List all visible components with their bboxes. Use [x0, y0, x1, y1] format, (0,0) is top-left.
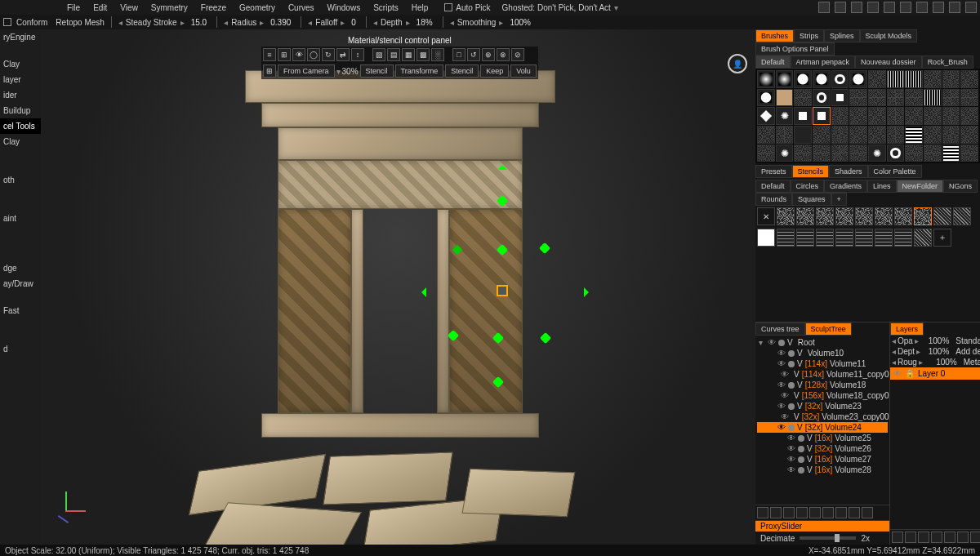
brush-swatch[interactable]	[757, 126, 775, 144]
tree-node[interactable]: 👁V [128x]Volume18	[757, 380, 888, 390]
tree-tool-icon[interactable]	[822, 507, 834, 518]
stencil-swatch[interactable]	[875, 229, 893, 247]
vp-icon[interactable]: ≡	[263, 48, 276, 61]
brush-swatch[interactable]	[868, 70, 886, 88]
brush-swatch[interactable]	[887, 126, 905, 144]
tool-item[interactable]: Fast	[0, 303, 41, 318]
brush-swatch[interactable]	[794, 145, 812, 162]
panel-tab[interactable]: Brush Options Panel	[755, 42, 835, 56]
stencil-swatch[interactable]	[933, 207, 951, 225]
steady-prev-icon[interactable]: ◂	[118, 18, 122, 27]
brush-swatch[interactable]	[905, 126, 923, 144]
tree-node[interactable]: 👁V [16x]Volume27	[757, 454, 888, 465]
vp-icon[interactable]: ▤	[387, 48, 400, 61]
tool-item[interactable]: Buildup	[0, 103, 41, 118]
tree-node[interactable]: 👁V [32x]Volume23_copy00	[757, 411, 888, 422]
tool-item[interactable]: aint	[0, 211, 41, 226]
stencil-category-tab[interactable]: Lines	[867, 180, 897, 193]
vp-icon[interactable]: ⇄	[336, 48, 350, 61]
pack-tab[interactable]: Nouveau dossier	[855, 56, 922, 69]
tree-tool-icon[interactable]	[783, 507, 795, 518]
tree-node[interactable]: 👁V Volume10	[757, 348, 888, 358]
brush-swatch[interactable]	[831, 89, 849, 107]
from-camera-button[interactable]: From Camera	[278, 64, 335, 78]
radius-value[interactable]: 0.390	[267, 18, 294, 27]
stencil-swatch[interactable]	[953, 207, 971, 225]
brush-swatch[interactable]	[757, 89, 775, 107]
smoothing-prev-icon[interactable]: ◂	[450, 18, 454, 27]
brush-swatch[interactable]	[924, 89, 942, 107]
addde-label[interactable]: Add de	[956, 347, 980, 356]
standard-label[interactable]: Standa	[956, 336, 980, 345]
stencil-swatch[interactable]	[835, 229, 853, 247]
brush-swatch[interactable]	[794, 70, 812, 88]
brush-swatch[interactable]	[849, 126, 867, 144]
tree-tool-icon[interactable]	[757, 507, 768, 518]
menu-scripts[interactable]: Scripts	[367, 2, 405, 14]
tree-tool-icon[interactable]	[849, 507, 860, 518]
tool-item[interactable]	[0, 45, 41, 56]
opa-value[interactable]: 100%	[929, 336, 950, 345]
brush-swatch[interactable]	[831, 145, 849, 162]
falloff-prev-icon[interactable]: ◂	[308, 18, 312, 27]
meta-label[interactable]: Meta	[964, 358, 980, 367]
tool-item[interactable]: ryEngine	[0, 29, 41, 45]
tool-item[interactable]	[0, 330, 41, 341]
vp-icon[interactable]: ⊞	[278, 48, 291, 61]
vp-icon[interactable]: ⊕	[482, 48, 495, 61]
brush-swatch[interactable]	[887, 89, 905, 107]
layer-tool-icon[interactable]	[970, 532, 980, 543]
tree-node[interactable]: 👁V [32x]Volume24	[757, 422, 888, 433]
stencil-category-tab[interactable]: NGons	[943, 180, 978, 193]
tool-item[interactable]: oth	[0, 172, 41, 188]
brush-swatch[interactable]	[813, 126, 831, 144]
layer-tool-icon[interactable]	[918, 532, 929, 543]
brush-swatch[interactable]	[794, 89, 812, 107]
tree-node[interactable]: 👁V [114x]Volume11_copy00	[757, 369, 888, 380]
menu-view[interactable]: View	[114, 2, 145, 14]
stencil-button[interactable]: Stencil	[360, 64, 394, 78]
stencil-add-button[interactable]: ＋	[933, 229, 951, 247]
keep-button[interactable]: Keep	[480, 64, 509, 78]
tool-item[interactable]: layer	[0, 72, 41, 87]
brush-swatch[interactable]	[794, 126, 812, 144]
stencil-swatch[interactable]	[757, 229, 775, 247]
brush-swatch[interactable]	[849, 70, 867, 88]
panel-tab[interactable]: Strips	[794, 29, 824, 42]
tool-item[interactable]	[0, 199, 41, 211]
brush-swatch[interactable]	[849, 145, 867, 162]
stencil-swatch[interactable]	[777, 229, 795, 247]
stencil-swatch[interactable]	[816, 229, 834, 247]
autopick-checkbox[interactable]: Auto Pick	[444, 3, 490, 12]
topicon-1[interactable]	[818, 2, 830, 13]
tool-item[interactable]	[0, 249, 41, 260]
brush-swatch[interactable]	[776, 70, 794, 88]
menu-edit[interactable]: Edit	[87, 2, 114, 14]
stencil-swatch[interactable]	[835, 207, 853, 225]
menu-curves[interactable]: Curves	[282, 2, 321, 14]
gizmo-center[interactable]	[497, 285, 508, 296]
brush-swatch[interactable]	[776, 126, 794, 144]
brush-swatch[interactable]	[924, 107, 942, 125]
layer-tool-icon[interactable]	[931, 532, 942, 543]
tool-item[interactable]	[0, 188, 41, 199]
tool-item[interactable]	[0, 318, 41, 330]
tree-tool-icon[interactable]	[770, 507, 782, 518]
vp-icon[interactable]: 👁	[292, 48, 305, 61]
brush-swatch[interactable]	[942, 70, 960, 88]
topicon-3[interactable]	[851, 2, 862, 13]
tree-node[interactable]: 👁V [16x]Volume25	[757, 433, 888, 443]
tab-layers[interactable]: Layers	[890, 322, 924, 336]
tree-tool-icon[interactable]	[835, 507, 847, 518]
tool-item[interactable]	[0, 291, 41, 303]
smoothing-value[interactable]: 100%	[506, 18, 534, 27]
vp-icon[interactable]: ↕	[351, 48, 364, 61]
pack-tab[interactable]: Rock_Brush	[922, 56, 973, 69]
tool-item[interactable]: dge	[0, 260, 41, 276]
stencil-category-tab[interactable]: Default	[755, 180, 791, 193]
tool-item[interactable]: d	[0, 341, 41, 357]
brush-swatch[interactable]	[849, 89, 867, 107]
tree-node[interactable]: 👁V [156x]Volume18_copy00	[757, 390, 888, 401]
topicon-2[interactable]	[835, 2, 846, 13]
brush-swatch[interactable]	[942, 107, 960, 125]
